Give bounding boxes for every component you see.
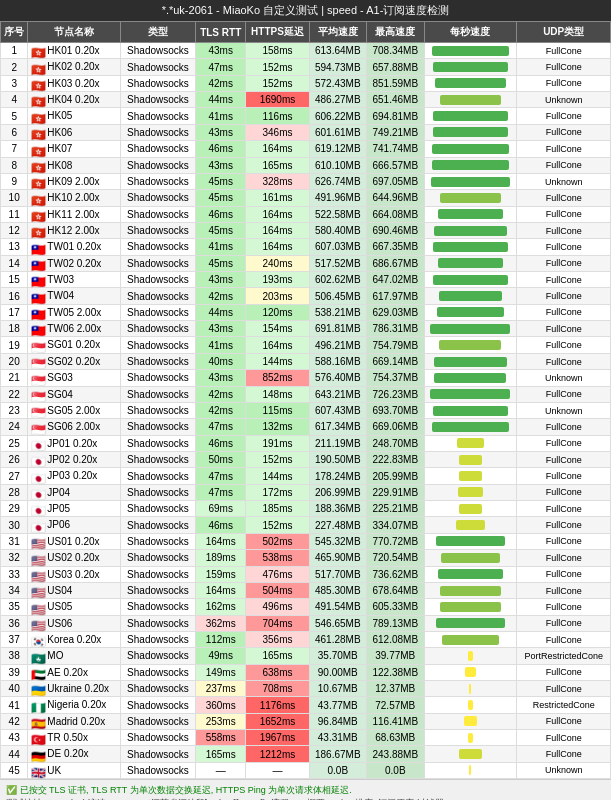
cell-type: Shadowsocks: [120, 631, 195, 647]
cell-tls: 42ms: [196, 75, 246, 91]
cell-https: 328ms: [246, 173, 309, 189]
cell-https: 502ms: [246, 533, 309, 549]
cell-id: 39: [1, 664, 28, 680]
cell-max: 786.31MB: [367, 321, 424, 337]
flag-icon: 🇭🇰: [31, 128, 45, 138]
table-row: 7 🇭🇰HK07 Shadowsocks 46ms 164ms 619.12MB…: [1, 141, 611, 157]
cell-avg: 607.43MB: [309, 402, 366, 418]
table-row: 25 🇯🇵JP01 0.20x Shadowsocks 46ms 191ms 2…: [1, 435, 611, 451]
cell-udp: FullCone: [517, 304, 611, 320]
cell-avg: 607.03MB: [309, 239, 366, 255]
cell-name: 🇯🇵JP02 0.20x: [28, 451, 121, 467]
cell-id: 20: [1, 353, 28, 369]
cell-type: Shadowsocks: [120, 402, 195, 418]
flag-icon: 🇭🇰: [31, 177, 45, 187]
cell-avg: 588.16MB: [309, 353, 366, 369]
cell-name: 🇸🇬SG03: [28, 370, 121, 386]
cell-name: 🇹🇼TW06 2.00x: [28, 321, 121, 337]
flag-icon: 🇹🇼: [31, 292, 45, 302]
cell-max: 68.63MB: [367, 730, 424, 746]
flag-icon: 🇳🇬: [31, 701, 45, 711]
cell-udp: FullCone: [517, 419, 611, 435]
cell-max: 667.35MB: [367, 239, 424, 255]
cell-type: Shadowsocks: [120, 206, 195, 222]
cell-name: 🇸🇬SG06 2.00x: [28, 419, 121, 435]
cell-id: 7: [1, 141, 28, 157]
cell-tls: 44ms: [196, 304, 246, 320]
cell-type: Shadowsocks: [120, 664, 195, 680]
flag-icon: 🇸🇬: [31, 423, 45, 433]
cell-name: 🇹🇼TW04: [28, 288, 121, 304]
cell-udp: Unknown: [517, 370, 611, 386]
flag-icon: 🇩🇪: [31, 750, 45, 760]
cell-type: Shadowsocks: [120, 517, 195, 533]
cell-https: 356ms: [246, 631, 309, 647]
table-row: 21 🇸🇬SG03 Shadowsocks 43ms 852ms 576.40M…: [1, 370, 611, 386]
table-row: 26 🇯🇵JP02 0.20x Shadowsocks 50ms 152ms 1…: [1, 451, 611, 467]
cell-id: 22: [1, 386, 28, 402]
col-id: 序号: [1, 22, 28, 43]
cell-type: Shadowsocks: [120, 304, 195, 320]
flag-icon: 🇯🇵: [31, 472, 45, 482]
flag-icon: 🇪🇸: [31, 717, 45, 727]
cell-max: 741.74MB: [367, 141, 424, 157]
cell-max: 229.91MB: [367, 484, 424, 500]
cell-tls: 45ms: [196, 222, 246, 238]
cell-name: 🇰🇷Korea 0.20x: [28, 631, 121, 647]
cell-udp: FullCone: [517, 157, 611, 173]
cell-chart: [424, 173, 517, 189]
cell-chart: [424, 402, 517, 418]
cell-udp: FullCone: [517, 533, 611, 549]
cell-name: 🇸🇬SG01 0.20x: [28, 337, 121, 353]
cell-udp: FullCone: [517, 746, 611, 762]
table-row: 8 🇭🇰HK08 Shadowsocks 43ms 165ms 610.10MB…: [1, 157, 611, 173]
flag-icon: 🇭🇰: [31, 145, 45, 155]
cell-udp: Unknown: [517, 173, 611, 189]
cell-udp: FullCone: [517, 664, 611, 680]
cell-https: 165ms: [246, 648, 309, 664]
flag-icon: 🇸🇬: [31, 374, 45, 384]
cell-udp: FullCone: [517, 353, 611, 369]
cell-type: Shadowsocks: [120, 746, 195, 762]
cell-avg: 506.45MB: [309, 288, 366, 304]
flag-icon: 🇭🇰: [31, 95, 45, 105]
table-row: 9 🇭🇰HK09 2.00x Shadowsocks 45ms 328ms 62…: [1, 173, 611, 189]
cell-id: 41: [1, 697, 28, 713]
flag-icon: 🇭🇰: [31, 46, 45, 56]
cell-chart: [424, 255, 517, 271]
cell-id: 33: [1, 566, 28, 582]
flag-icon: 🇯🇵: [31, 439, 45, 449]
cell-max: 694.81MB: [367, 108, 424, 124]
cell-max: 666.57MB: [367, 157, 424, 173]
cell-max: 222.83MB: [367, 451, 424, 467]
cell-avg: 617.34MB: [309, 419, 366, 435]
cell-id: 29: [1, 501, 28, 517]
table-row: 45 🇬🇧UK Shadowsocks — — 0.0B 0.0B Unknow…: [1, 762, 611, 778]
cell-chart: [424, 566, 517, 582]
cell-id: 2: [1, 59, 28, 75]
cell-https: 152ms: [246, 451, 309, 467]
cell-chart: [424, 321, 517, 337]
cell-tls: 42ms: [196, 386, 246, 402]
cell-udp: RestrictedCone: [517, 697, 611, 713]
cell-name: 🇸🇬SG02 0.20x: [28, 353, 121, 369]
cell-avg: 96.84MB: [309, 713, 366, 729]
cell-tls: 164ms: [196, 582, 246, 598]
cell-chart: [424, 222, 517, 238]
table-row: 34 🇺🇸US04 Shadowsocks 164ms 504ms 485.30…: [1, 582, 611, 598]
flag-icon: 🇸🇬: [31, 357, 45, 367]
cell-udp: FullCone: [517, 501, 611, 517]
cell-chart: [424, 582, 517, 598]
cell-avg: 610.10MB: [309, 157, 366, 173]
cell-tls: 44ms: [196, 92, 246, 108]
cell-type: Shadowsocks: [120, 435, 195, 451]
cell-chart: [424, 43, 517, 59]
cell-https: 1690ms: [246, 92, 309, 108]
flag-icon: 🇭🇰: [31, 210, 45, 220]
cell-chart: [424, 272, 517, 288]
flag-icon: 🇺🇸: [31, 586, 45, 596]
cell-avg: 190.50MB: [309, 451, 366, 467]
cell-tls: 47ms: [196, 419, 246, 435]
cell-type: Shadowsocks: [120, 582, 195, 598]
table-row: 38 🇲🇴MO Shadowsocks 49ms 165ms 35.70MB 3…: [1, 648, 611, 664]
